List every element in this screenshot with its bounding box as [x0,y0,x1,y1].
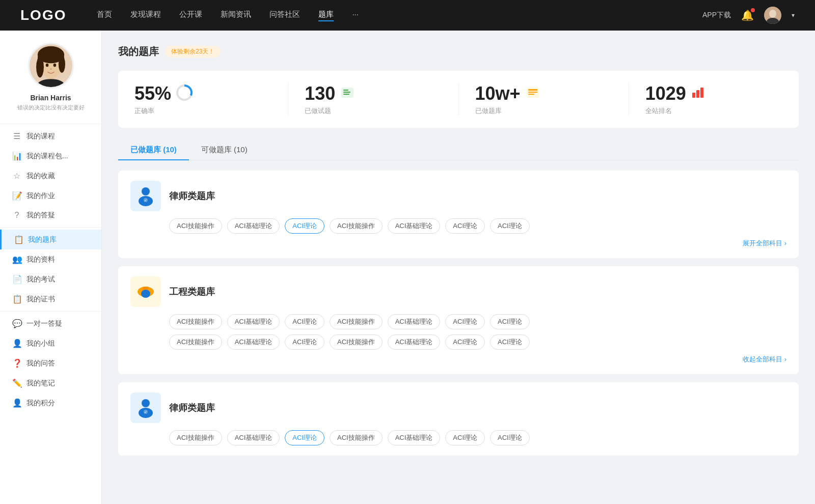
tag[interactable]: ACI基础理论 [388,430,441,445]
sidebar-item-course-pack[interactable]: 📊 我的课程包... [0,146,101,166]
tab-todo[interactable]: 可做题库 (10) [189,140,260,160]
tag[interactable]: ACI基础理论 [227,218,280,234]
nav-dropdown-icon[interactable]: ▾ [792,12,795,19]
subject-card-lawyer-1: ✓ 律师类题库 ACI技能操作 ACI基础理论 ACI理论 ACI技能操作 AC… [118,171,799,258]
tag[interactable]: ACI理论 [445,314,485,329]
tag[interactable]: ACI基础理论 [227,314,280,329]
nav-link-news[interactable]: 新闻资讯 [221,10,251,21]
svg-point-8 [58,55,65,73]
sidebar-divider-2 [0,227,101,228]
subject-tags-lawyer-1: ACI技能操作 ACI基础理论 ACI理论 ACI技能操作 ACI基础理论 AC… [130,218,786,234]
sidebar-item-favorites[interactable]: ☆ 我的收藏 [0,166,101,186]
expand-footer-1[interactable]: 展开全部科目 › [130,239,786,248]
svg-rect-24 [692,93,695,98]
sidebar-item-label: 我的课程包... [26,152,68,161]
tag-active[interactable]: ACI理论 [285,218,324,234]
accuracy-number: 55% [134,83,171,104]
courses-icon: ☰ [12,131,21,141]
tag-active[interactable]: ACI理论 [285,430,324,445]
qa-icon: ? [12,211,21,220]
notification-dot [751,8,755,12]
tutoring-icon: 💬 [12,319,21,328]
main-content: 我的题库 体验剩余23天！ 55% 正确率 [102,31,815,504]
subject-tags-lawyer-2: ACI技能操作 ACI基础理论 ACI理论 ACI技能操作 ACI基础理论 AC… [130,430,786,445]
nav-link-bank[interactable]: 题库 [318,10,334,21]
sidebar-item-qa[interactable]: ? 我的答疑 [0,206,101,225]
app-download-link[interactable]: APP下载 [702,11,731,20]
svg-point-10 [53,64,56,67]
tab-done[interactable]: 已做题库 (10) [118,140,189,160]
notification-bell[interactable]: 🔔 [741,9,754,21]
tag[interactable]: ACI技能操作 [169,314,222,329]
tag[interactable]: ACI技能操作 [330,218,383,234]
tag[interactable]: ACI基础理论 [388,218,441,234]
profile-avatar [28,43,74,89]
tag[interactable]: ACI理论 [445,218,485,234]
tag[interactable]: ACI理论 [445,334,485,350]
tag[interactable]: ACI技能操作 [330,334,383,350]
nav-link-more[interactable]: ··· [352,10,359,21]
sidebar-item-label: 我的问答 [26,359,55,368]
rank-number: 1029 [645,83,686,104]
sidebar-item-tutoring[interactable]: 💬 一对一答疑 [0,314,101,333]
sidebar-item-profile[interactable]: 👥 我的资料 [0,249,101,269]
tag[interactable]: ACI理论 [490,334,530,350]
tag[interactable]: ACI理论 [490,430,530,445]
tag[interactable]: ACI技能操作 [169,430,222,445]
tag[interactable]: ACI基础理论 [388,314,441,329]
sidebar-item-exam[interactable]: 📄 我的考试 [0,269,101,289]
subject-title-lawyer-1: 律师类题库 [169,190,215,202]
sidebar-item-label: 我的答疑 [26,211,55,220]
tag[interactable]: ACI技能操作 [169,218,222,234]
tag[interactable]: ACI理论 [490,218,530,234]
sidebar-item-homework[interactable]: 📝 我的作业 [0,186,101,206]
sidebar-username: Brian Harris [30,94,71,102]
stat-done-questions: 130 已做试题 [288,83,458,116]
avatar[interactable] [764,7,781,24]
tag[interactable]: ACI基础理论 [388,334,441,350]
nav-link-qa[interactable]: 问答社区 [269,10,300,21]
rank-label: 全站排名 [645,106,705,116]
tag[interactable]: ACI技能操作 [169,334,222,350]
tag[interactable]: ACI技能操作 [330,314,383,329]
sidebar-item-question-bank[interactable]: 📋 我的题库 [0,230,101,249]
nav-link-mooc[interactable]: 公开课 [179,10,202,21]
points-icon: 👤 [12,398,21,408]
tag[interactable]: ACI基础理论 [227,430,280,445]
tag[interactable]: ACI理论 [285,334,324,350]
sidebar-item-notes[interactable]: ✏️ 我的笔记 [0,373,101,393]
engineer-icon [130,276,161,307]
nav-link-home[interactable]: 首页 [97,10,112,21]
sidebar-item-label: 我的题库 [28,235,57,244]
accuracy-label: 正确率 [134,106,193,116]
tag[interactable]: ACI理论 [490,314,530,329]
favorites-icon: ☆ [12,171,21,181]
trial-badge: 体验剩余23天！ [165,46,221,58]
nav-link-discover[interactable]: 发现课程 [130,10,161,21]
tag[interactable]: ACI理论 [285,314,324,329]
tag[interactable]: ACI基础理论 [227,334,280,350]
course-pack-icon: 📊 [12,151,21,161]
sidebar-item-certificate[interactable]: 📋 我的证书 [0,289,101,309]
stats-row: 55% 正确率 130 [118,71,799,128]
svg-rect-23 [528,94,534,95]
sidebar-item-questions[interactable]: ❓ 我的问答 [0,353,101,373]
collapse-footer[interactable]: 收起全部科目 › [130,355,786,364]
svg-point-27 [142,187,150,195]
tag[interactable]: ACI理论 [445,430,485,445]
subject-title-lawyer-2: 律师类题库 [169,402,215,414]
sidebar-item-group[interactable]: 👤 我的小组 [0,333,101,353]
rank-icon [691,86,705,102]
nav-links: 首页 发现课程 公开课 新闻资讯 问答社区 题库 ··· [97,10,702,21]
tag[interactable]: ACI技能操作 [330,430,383,445]
svg-point-11 [50,68,52,70]
page-header: 我的题库 体验剩余23天！ [118,45,799,59]
sidebar-item-label: 我的小组 [26,339,55,348]
svg-rect-33 [143,287,149,290]
sidebar-item-points[interactable]: 👤 我的积分 [0,393,101,413]
sidebar-item-label: 我的笔记 [26,379,55,388]
stat-accuracy: 55% 正确率 [118,83,288,116]
notes-icon: ✏️ [12,378,21,388]
sidebar-item-courses[interactable]: ☰ 我的课程 [0,126,101,146]
tabs: 已做题库 (10) 可做题库 (10) [118,140,799,160]
